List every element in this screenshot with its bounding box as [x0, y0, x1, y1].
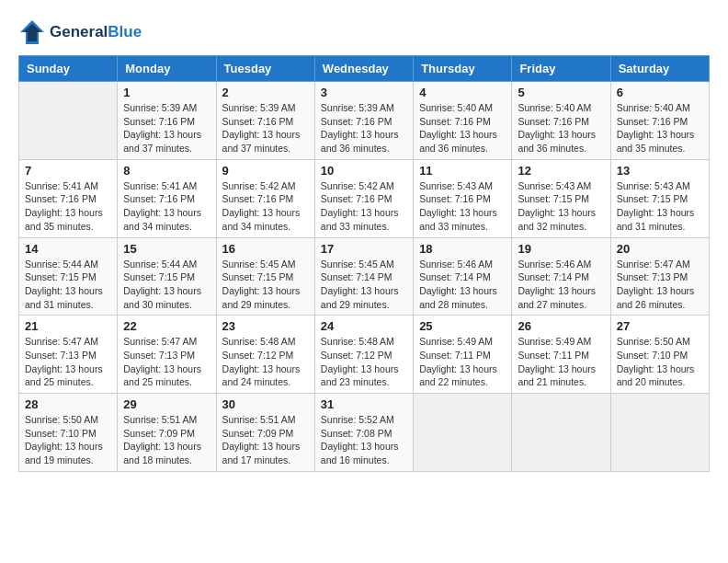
cell-text-line: and 35 minutes. [617, 142, 703, 155]
day-number: 20 [617, 242, 703, 256]
cell-text-line: Sunrise: 5:43 AM [617, 179, 703, 193]
day-number: 13 [617, 164, 703, 178]
cell-text-line: and 27 minutes. [518, 298, 604, 312]
cell-text-line: and 21 minutes. [518, 375, 604, 389]
cell-text-line: Sunrise: 5:48 AM [321, 335, 407, 349]
cell-text-line: and 35 minutes. [25, 220, 111, 234]
cell-text-line: and 37 minutes. [123, 142, 210, 155]
cell-text-line: Daylight: 13 hours [222, 206, 309, 220]
cell-text-line: Daylight: 13 hours [25, 440, 111, 454]
cell-text-line: Sunrise: 5:40 AM [617, 101, 703, 115]
day-number: 29 [123, 397, 210, 411]
cell-text-line: Sunset: 7:16 PM [419, 192, 506, 206]
calendar-cell: 23Sunrise: 5:48 AMSunset: 7:12 PMDayligh… [216, 316, 314, 394]
day-number: 10 [321, 164, 407, 178]
day-number: 8 [123, 164, 210, 178]
day-number: 6 [617, 86, 703, 99]
cell-text-line: Sunrise: 5:44 AM [123, 258, 210, 271]
week-row-3: 14Sunrise: 5:44 AMSunset: 7:15 PMDayligh… [19, 237, 710, 316]
cell-text-line: Sunset: 7:09 PM [123, 427, 210, 441]
cell-text-line: and 29 minutes. [222, 298, 309, 312]
calendar-cell: 24Sunrise: 5:48 AMSunset: 7:12 PMDayligh… [314, 316, 413, 394]
cell-text-line: Sunset: 7:09 PM [222, 427, 309, 441]
cell-text-line: Sunrise: 5:42 AM [222, 179, 309, 193]
day-number: 18 [419, 242, 506, 256]
cell-text-line: Sunrise: 5:52 AM [321, 413, 407, 427]
week-row-4: 21Sunrise: 5:47 AMSunset: 7:13 PMDayligh… [19, 316, 710, 394]
cell-text-line: Sunset: 7:16 PM [617, 115, 703, 129]
calendar-cell: 3Sunrise: 5:39 AMSunset: 7:16 PMDaylight… [314, 82, 413, 160]
cell-text-line: Daylight: 13 hours [25, 284, 111, 298]
weekday-header-tuesday: Tuesday [216, 56, 314, 82]
cell-text-line: Sunrise: 5:50 AM [25, 413, 111, 427]
day-number: 28 [25, 397, 111, 411]
cell-text-line: Sunset: 7:15 PM [222, 270, 309, 284]
cell-text-line: and 36 minutes. [419, 142, 506, 155]
logo: GeneralBlue [18, 18, 142, 46]
calendar-cell: 21Sunrise: 5:47 AMSunset: 7:13 PMDayligh… [19, 316, 118, 394]
cell-text-line: Sunset: 7:15 PM [518, 192, 604, 206]
cell-text-line: Daylight: 13 hours [617, 206, 703, 220]
cell-text-line: Daylight: 13 hours [321, 206, 407, 220]
calendar-cell: 10Sunrise: 5:42 AMSunset: 7:16 PMDayligh… [314, 159, 413, 237]
cell-text-line: Sunrise: 5:40 AM [419, 101, 506, 115]
day-number: 9 [222, 164, 309, 178]
cell-text-line: Sunset: 7:16 PM [222, 192, 309, 206]
cell-text-line: Sunrise: 5:50 AM [617, 335, 703, 349]
calendar-cell: 13Sunrise: 5:43 AMSunset: 7:15 PMDayligh… [610, 159, 709, 237]
logo-text: GeneralBlue [50, 23, 142, 41]
calendar-cell: 1Sunrise: 5:39 AMSunset: 7:16 PMDaylight… [118, 82, 216, 160]
cell-text-line: and 29 minutes. [321, 298, 407, 312]
cell-text-line: Sunrise: 5:39 AM [222, 101, 309, 115]
day-number: 2 [222, 86, 309, 99]
cell-text-line: and 33 minutes. [321, 220, 407, 234]
calendar-cell: 26Sunrise: 5:49 AMSunset: 7:11 PMDayligh… [512, 316, 610, 394]
calendar-cell: 14Sunrise: 5:44 AMSunset: 7:15 PMDayligh… [19, 237, 118, 316]
calendar-cell [610, 394, 709, 472]
day-number: 30 [222, 397, 309, 411]
cell-text-line: Daylight: 13 hours [123, 206, 210, 220]
cell-text-line: Sunrise: 5:44 AM [25, 258, 111, 271]
cell-text-line: Sunset: 7:15 PM [25, 270, 111, 284]
cell-text-line: and 28 minutes. [419, 298, 506, 312]
cell-text-line: Sunrise: 5:41 AM [123, 179, 210, 193]
day-number: 3 [321, 86, 407, 99]
day-number: 22 [123, 319, 210, 333]
cell-text-line: Sunset: 7:14 PM [518, 270, 604, 284]
day-number: 31 [321, 397, 407, 411]
cell-text-line: Daylight: 13 hours [419, 284, 506, 298]
cell-text-line: Sunset: 7:13 PM [123, 349, 210, 362]
cell-text-line: Sunset: 7:14 PM [419, 270, 506, 284]
cell-text-line: Sunset: 7:11 PM [419, 349, 506, 362]
cell-text-line: and 19 minutes. [25, 454, 111, 467]
calendar-cell: 9Sunrise: 5:42 AMSunset: 7:16 PMDaylight… [216, 159, 314, 237]
cell-text-line: Daylight: 13 hours [222, 440, 309, 454]
calendar-cell [19, 82, 118, 160]
cell-text-line: Daylight: 13 hours [123, 440, 210, 454]
cell-text-line: and 34 minutes. [222, 220, 309, 234]
week-row-5: 28Sunrise: 5:50 AMSunset: 7:10 PMDayligh… [19, 394, 710, 472]
weekday-header-thursday: Thursday [414, 56, 512, 82]
day-number: 12 [518, 164, 604, 178]
cell-text-line: Sunrise: 5:49 AM [419, 335, 506, 349]
cell-text-line: Sunrise: 5:45 AM [321, 258, 407, 271]
cell-text-line: Sunset: 7:16 PM [321, 115, 407, 129]
cell-text-line: and 32 minutes. [518, 220, 604, 234]
calendar-body: 1Sunrise: 5:39 AMSunset: 7:16 PMDaylight… [19, 82, 710, 472]
cell-text-line: Sunset: 7:15 PM [617, 192, 703, 206]
cell-text-line: Sunrise: 5:49 AM [518, 335, 604, 349]
calendar-cell: 4Sunrise: 5:40 AMSunset: 7:16 PMDaylight… [414, 82, 512, 160]
cell-text-line: and 18 minutes. [123, 454, 210, 467]
cell-text-line: and 24 minutes. [222, 375, 309, 389]
cell-text-line: Sunrise: 5:39 AM [321, 101, 407, 115]
cell-text-line: Daylight: 13 hours [419, 362, 506, 376]
calendar-cell: 22Sunrise: 5:47 AMSunset: 7:13 PMDayligh… [118, 316, 216, 394]
cell-text-line: Daylight: 13 hours [617, 284, 703, 298]
cell-text-line: Sunrise: 5:46 AM [419, 258, 506, 271]
calendar-cell: 30Sunrise: 5:51 AMSunset: 7:09 PMDayligh… [216, 394, 314, 472]
day-number: 27 [617, 319, 703, 333]
cell-text-line: Daylight: 13 hours [518, 284, 604, 298]
cell-text-line: Sunset: 7:16 PM [321, 192, 407, 206]
cell-text-line: Daylight: 13 hours [518, 362, 604, 376]
cell-text-line: Daylight: 13 hours [419, 206, 506, 220]
